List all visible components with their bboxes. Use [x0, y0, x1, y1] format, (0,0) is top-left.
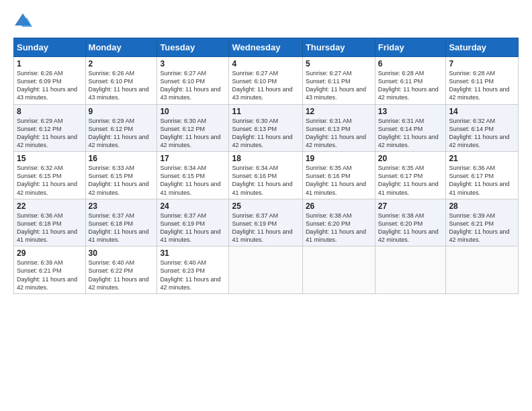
- day-info: Sunrise: 6:39 AMSunset: 6:21 PMDaylight:…: [17, 259, 77, 290]
- day-info: Sunrise: 6:28 AMSunset: 6:11 PMDaylight:…: [378, 70, 439, 101]
- day-cell: 26 Sunrise: 6:38 AMSunset: 6:20 PMDaylig…: [302, 199, 375, 246]
- header: [13, 12, 519, 31]
- day-header-sunday: Sunday: [14, 38, 86, 57]
- day-number: 10: [160, 107, 226, 116]
- day-number: 30: [89, 248, 154, 258]
- day-info: Sunrise: 6:32 AMSunset: 6:14 PMDaylight:…: [449, 118, 509, 148]
- day-cell: 2 Sunrise: 6:26 AMSunset: 6:10 PMDayligh…: [85, 57, 157, 105]
- week-row-4: 22 Sunrise: 6:36 AMSunset: 6:18 PMDaylig…: [14, 199, 519, 246]
- day-info: Sunrise: 6:34 AMSunset: 6:15 PMDaylight:…: [160, 165, 220, 195]
- day-header-friday: Friday: [375, 38, 446, 57]
- day-number: 2: [89, 59, 154, 68]
- day-number: 5: [306, 59, 372, 68]
- day-cell: 20 Sunrise: 6:35 AMSunset: 6:17 PMDaylig…: [375, 152, 446, 199]
- day-cell: 4 Sunrise: 6:27 AMSunset: 6:10 PMDayligh…: [229, 57, 302, 105]
- day-info: Sunrise: 6:34 AMSunset: 6:16 PMDaylight:…: [232, 165, 292, 195]
- day-cell: 9 Sunrise: 6:29 AMSunset: 6:12 PMDayligh…: [85, 104, 157, 152]
- day-cell: 16 Sunrise: 6:33 AMSunset: 6:15 PMDaylig…: [85, 152, 157, 199]
- day-cell: 7 Sunrise: 6:28 AMSunset: 6:11 PMDayligh…: [446, 57, 519, 105]
- day-number: 25: [232, 201, 299, 211]
- day-cell: 23 Sunrise: 6:37 AMSunset: 6:18 PMDaylig…: [85, 199, 157, 246]
- day-info: Sunrise: 6:31 AMSunset: 6:13 PMDaylight:…: [306, 118, 366, 148]
- day-number: 3: [160, 59, 226, 68]
- day-info: Sunrise: 6:37 AMSunset: 6:19 PMDaylight:…: [232, 212, 292, 243]
- day-number: 26: [306, 201, 372, 211]
- week-row-5: 29 Sunrise: 6:39 AMSunset: 6:21 PMDaylig…: [14, 246, 519, 294]
- page: SundayMondayTuesdayWednesdayThursdayFrid…: [0, 0, 532, 411]
- day-cell: 29 Sunrise: 6:39 AMSunset: 6:21 PMDaylig…: [14, 246, 86, 294]
- day-number: 18: [232, 154, 299, 163]
- day-cell: 12 Sunrise: 6:31 AMSunset: 6:13 PMDaylig…: [302, 104, 375, 152]
- day-info: Sunrise: 6:26 AMSunset: 6:10 PMDaylight:…: [89, 70, 149, 101]
- day-info: Sunrise: 6:29 AMSunset: 6:12 PMDaylight:…: [17, 118, 77, 148]
- day-info: Sunrise: 6:33 AMSunset: 6:15 PMDaylight:…: [89, 165, 149, 195]
- day-cell: [302, 246, 375, 294]
- day-cell: 28 Sunrise: 6:39 AMSunset: 6:21 PMDaylig…: [446, 199, 519, 246]
- logo-icon: [13, 12, 32, 31]
- week-row-3: 15 Sunrise: 6:32 AMSunset: 6:15 PMDaylig…: [14, 152, 519, 199]
- day-info: Sunrise: 6:29 AMSunset: 6:12 PMDaylight:…: [89, 118, 149, 148]
- day-info: Sunrise: 6:35 AMSunset: 6:16 PMDaylight:…: [306, 165, 366, 195]
- day-number: 19: [306, 154, 372, 163]
- day-info: Sunrise: 6:38 AMSunset: 6:20 PMDaylight:…: [306, 212, 366, 243]
- day-number: 6: [378, 59, 443, 68]
- day-cell: 22 Sunrise: 6:36 AMSunset: 6:18 PMDaylig…: [14, 199, 86, 246]
- day-info: Sunrise: 6:27 AMSunset: 6:10 PMDaylight:…: [232, 70, 292, 101]
- day-info: Sunrise: 6:31 AMSunset: 6:14 PMDaylight:…: [378, 118, 439, 148]
- day-info: Sunrise: 6:30 AMSunset: 6:13 PMDaylight:…: [232, 118, 292, 148]
- day-cell: 19 Sunrise: 6:35 AMSunset: 6:16 PMDaylig…: [302, 152, 375, 199]
- day-cell: 5 Sunrise: 6:27 AMSunset: 6:11 PMDayligh…: [302, 57, 375, 105]
- day-number: 15: [17, 154, 83, 163]
- day-cell: 27 Sunrise: 6:38 AMSunset: 6:20 PMDaylig…: [375, 199, 446, 246]
- day-number: 24: [160, 201, 226, 211]
- day-cell: [375, 246, 446, 294]
- day-info: Sunrise: 6:40 AMSunset: 6:22 PMDaylight:…: [89, 259, 149, 290]
- day-cell: 30 Sunrise: 6:40 AMSunset: 6:22 PMDaylig…: [85, 246, 157, 294]
- day-info: Sunrise: 6:36 AMSunset: 6:18 PMDaylight:…: [17, 212, 77, 243]
- day-info: Sunrise: 6:30 AMSunset: 6:12 PMDaylight:…: [160, 118, 220, 148]
- day-cell: [446, 246, 519, 294]
- day-cell: 3 Sunrise: 6:27 AMSunset: 6:10 PMDayligh…: [157, 57, 229, 105]
- day-cell: 13 Sunrise: 6:31 AMSunset: 6:14 PMDaylig…: [375, 104, 446, 152]
- week-row-1: 1 Sunrise: 6:26 AMSunset: 6:09 PMDayligh…: [14, 57, 519, 105]
- day-number: 12: [306, 107, 372, 116]
- day-info: Sunrise: 6:26 AMSunset: 6:09 PMDaylight:…: [17, 70, 77, 101]
- day-number: 13: [378, 107, 443, 116]
- day-number: 9: [89, 107, 154, 116]
- day-cell: 21 Sunrise: 6:36 AMSunset: 6:17 PMDaylig…: [446, 152, 519, 199]
- day-header-monday: Monday: [85, 38, 157, 57]
- day-number: 31: [160, 248, 226, 258]
- day-info: Sunrise: 6:27 AMSunset: 6:11 PMDaylight:…: [306, 70, 366, 101]
- day-number: 14: [449, 107, 515, 116]
- day-cell: 25 Sunrise: 6:37 AMSunset: 6:19 PMDaylig…: [229, 199, 302, 246]
- day-number: 21: [449, 154, 515, 163]
- day-cell: 6 Sunrise: 6:28 AMSunset: 6:11 PMDayligh…: [375, 57, 446, 105]
- day-number: 22: [17, 201, 83, 211]
- day-number: 16: [89, 154, 154, 163]
- day-cell: 10 Sunrise: 6:30 AMSunset: 6:12 PMDaylig…: [157, 104, 229, 152]
- day-number: 4: [232, 59, 299, 68]
- day-info: Sunrise: 6:37 AMSunset: 6:19 PMDaylight:…: [160, 212, 220, 243]
- day-cell: 15 Sunrise: 6:32 AMSunset: 6:15 PMDaylig…: [14, 152, 86, 199]
- day-headers-row: SundayMondayTuesdayWednesdayThursdayFrid…: [14, 38, 519, 57]
- day-header-thursday: Thursday: [302, 38, 375, 57]
- day-cell: 11 Sunrise: 6:30 AMSunset: 6:13 PMDaylig…: [229, 104, 302, 152]
- logo: [13, 12, 35, 31]
- day-info: Sunrise: 6:37 AMSunset: 6:18 PMDaylight:…: [89, 212, 149, 243]
- day-cell: 31 Sunrise: 6:40 AMSunset: 6:23 PMDaylig…: [157, 246, 229, 294]
- day-info: Sunrise: 6:40 AMSunset: 6:23 PMDaylight:…: [160, 259, 220, 290]
- day-cell: 1 Sunrise: 6:26 AMSunset: 6:09 PMDayligh…: [14, 57, 86, 105]
- day-number: 27: [378, 201, 443, 211]
- day-info: Sunrise: 6:38 AMSunset: 6:20 PMDaylight:…: [378, 212, 439, 243]
- day-number: 29: [17, 248, 83, 258]
- day-cell: 8 Sunrise: 6:29 AMSunset: 6:12 PMDayligh…: [14, 104, 86, 152]
- day-cell: [229, 246, 302, 294]
- day-info: Sunrise: 6:27 AMSunset: 6:10 PMDaylight:…: [160, 70, 220, 101]
- day-header-wednesday: Wednesday: [229, 38, 302, 57]
- calendar-table: SundayMondayTuesdayWednesdayThursdayFrid…: [13, 38, 519, 294]
- day-number: 11: [232, 107, 299, 116]
- day-number: 8: [17, 107, 83, 116]
- day-info: Sunrise: 6:32 AMSunset: 6:15 PMDaylight:…: [17, 165, 77, 195]
- day-number: 23: [89, 201, 154, 211]
- day-header-tuesday: Tuesday: [157, 38, 229, 57]
